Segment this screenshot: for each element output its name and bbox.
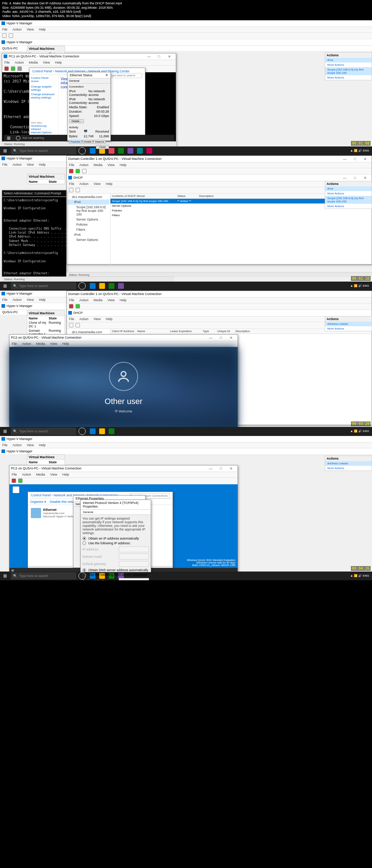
recycle-bin-icon[interactable] xyxy=(12,487,20,497)
taskbar-app[interactable] xyxy=(135,146,145,155)
menu-file[interactable]: File xyxy=(2,28,8,31)
close-icon[interactable]: ✕ xyxy=(360,156,370,162)
ipv4-desc: You can get IP settings assigned automat… xyxy=(82,517,149,535)
inet-options-link[interactable]: Internet Options xyxy=(31,131,57,134)
action-ipv4[interactable]: IPv4 xyxy=(325,186,372,191)
actions-panel: Actions Address Leases More Actions xyxy=(325,316,372,331)
tree-item[interactable]: Server Options xyxy=(68,217,109,222)
action-ipv4[interactable]: IPv4 xyxy=(325,58,372,62)
properties-button[interactable]: Properties xyxy=(69,140,82,144)
login-welcome: ⟳ Welcome xyxy=(105,409,142,413)
search-control-panel[interactable] xyxy=(109,73,142,78)
hyperv-toolbar xyxy=(0,33,372,39)
systray[interactable]: ▲ 📶 🔊 ENG xyxy=(347,149,372,152)
sharing-settings-link[interactable]: Change advanced sharing settings xyxy=(31,93,57,99)
ipv4-auto-radio[interactable]: Obtain an IP address automatically xyxy=(82,537,149,540)
homegroup-link[interactable]: HomeGroup xyxy=(31,124,57,128)
pc2-vmc-window: PC2 on QUSAI-PC - Virtual Machine Connec… xyxy=(9,465,238,573)
maximize-icon[interactable]: □ xyxy=(216,334,226,341)
tree-item[interactable]: dc1.macamedia.com xyxy=(68,194,109,199)
tree-ipv4[interactable]: IPv4 xyxy=(68,199,109,205)
start-button[interactable]: ⊞ xyxy=(0,282,10,290)
vmc-titlebar[interactable]: PC1 on QUSAI-PC - Virtual Machine Connec… xyxy=(2,53,176,60)
infrared-link[interactable]: Infrared xyxy=(31,128,57,131)
login-screen[interactable]: Other user ⟳ Welcome xyxy=(9,347,238,428)
close-button[interactable]: Close xyxy=(96,145,109,149)
menu-view[interactable]: View xyxy=(27,28,34,31)
hyperv-menubar: File Action View Help xyxy=(0,27,372,33)
taskbar-app[interactable] xyxy=(126,146,135,155)
action-scope[interactable]: Scope [192.168.0.0] my first scope 100-1… xyxy=(325,67,372,75)
cp-home-link[interactable]: Control Panel Home xyxy=(31,76,57,83)
file-name: File: 4. Make the devices Get IP Address… xyxy=(2,1,370,6)
dc-titlebar[interactable]: Domain Controller 1 on QUSAI-PC - Virtua… xyxy=(67,156,372,162)
toolbar-fwd-icon[interactable] xyxy=(9,33,13,38)
maximize-icon[interactable]: □ xyxy=(154,53,164,60)
ipv4-manual-radio[interactable]: Use the following IP address: xyxy=(82,541,149,545)
start-button[interactable]: ⊞ xyxy=(4,134,14,142)
vmc-menu-file[interactable]: File xyxy=(4,61,10,64)
vmc-tb-icon[interactable] xyxy=(4,66,9,71)
action-scope[interactable]: Scope [192.168.0.0] my first scope 100-1… xyxy=(325,196,372,204)
tree-ipv6[interactable]: IPv6 xyxy=(68,232,109,237)
cortana-button[interactable] xyxy=(78,282,86,290)
dns-manual-radio[interactable]: Use the following DNS server addresses: xyxy=(82,573,149,577)
action-more2[interactable]: More Actions xyxy=(325,75,372,80)
screenshot-1: Hyper-V Manager File Action View Help Hy… xyxy=(0,20,372,155)
cmd-output[interactable]: C:\Users\administrator>ipconfig Windows … xyxy=(2,197,66,278)
taskbar-app[interactable] xyxy=(116,146,126,155)
disable-button[interactable]: Disable xyxy=(82,140,93,144)
screenshot-4: Hyper-V Manager FileActionViewHelp Hyper… xyxy=(0,436,372,580)
general-tab[interactable]: General xyxy=(81,510,151,515)
adapter-settings-link[interactable]: Change adapter settings xyxy=(31,85,57,92)
eth-dialog-title[interactable]: Ethernet Status ✕ xyxy=(68,72,110,78)
vmc-menu-action[interactable]: Action xyxy=(15,61,24,64)
vmc-tb-icon[interactable] xyxy=(11,66,15,71)
dhcp-row[interactable]: Filters xyxy=(110,213,372,218)
close-icon[interactable]: ✕ xyxy=(164,53,174,60)
cortana-text[interactable]: Ask me anything xyxy=(23,136,44,140)
vmc-tb-icon[interactable] xyxy=(17,66,22,71)
vmc-menu-media[interactable]: Media xyxy=(29,61,38,64)
tree-scope[interactable]: Scope [192.168.0.0] my first scope 100-1… xyxy=(68,205,109,217)
ipv4-dialog-title[interactable]: Internet Protocol Version 4 (TCP/IPv4) P… xyxy=(81,500,151,510)
action-more2[interactable]: More Actions xyxy=(325,204,372,209)
minimize-icon[interactable]: — xyxy=(144,53,154,60)
eth-prop-row: Speed:10.0 Gbps xyxy=(69,114,109,118)
tree-item[interactable]: Filters xyxy=(68,227,109,232)
video-timestamp: 00:01:08 xyxy=(351,141,371,146)
minimize-icon[interactable]: — xyxy=(340,156,350,162)
menu-action[interactable]: Action xyxy=(13,28,22,31)
organize-button[interactable]: Organize ▾ xyxy=(30,500,46,504)
eth-prop-row: Media State:Enabled xyxy=(69,105,109,109)
close-icon[interactable]: ✕ xyxy=(105,73,108,77)
dns-auto-radio[interactable]: Obtain DNS server address automatically xyxy=(82,568,149,572)
action-more[interactable]: More Actions xyxy=(325,62,372,67)
details-button[interactable]: Details... xyxy=(69,119,84,123)
action-address-leases[interactable]: Address Leases xyxy=(325,322,372,326)
cortana-icon[interactable] xyxy=(16,136,20,140)
vmc-menu-view[interactable]: View xyxy=(43,61,50,64)
start-button[interactable]: ⊞ xyxy=(0,146,10,155)
search-bar[interactable]: 🔍 Type here to search xyxy=(11,147,76,154)
search-bar[interactable]: 🔍Type here to search xyxy=(11,282,76,290)
vmc-title: PC1 on QUSAI-PC - Virtual Machine Connec… xyxy=(9,54,144,58)
vm-row[interactable]: Clone of my DC 1Running xyxy=(27,320,65,328)
see-also-label: See also xyxy=(31,121,57,124)
minimize-icon[interactable]: — xyxy=(206,334,216,341)
menu-help[interactable]: Help xyxy=(39,28,46,31)
eth-general-tab[interactable]: General xyxy=(68,78,110,84)
tree-item[interactable]: Policies xyxy=(68,222,109,227)
hyperv-titlebar: Hyper-V Manager xyxy=(0,20,372,27)
cmd-titlebar[interactable]: Select Administrator: Command Prompt xyxy=(2,190,66,197)
toolbar-back-icon[interactable] xyxy=(2,33,7,38)
tree-item[interactable]: Server Options xyxy=(68,237,109,242)
vmc-menu-help[interactable]: Help xyxy=(55,61,62,64)
maximize-icon[interactable]: □ xyxy=(350,156,360,162)
pc2-titlebar[interactable]: PC2 on QUSAI-PC - Virtual Machine Connec… xyxy=(9,335,238,341)
taskbar-app[interactable] xyxy=(145,146,154,155)
diagnose-button[interactable]: Diagnose xyxy=(93,140,105,144)
close-icon[interactable]: ✕ xyxy=(226,334,236,341)
screenshot-3: Hyper-V Manager FileActionViewHelp Hyper… xyxy=(0,290,372,436)
action-more[interactable]: More Actions xyxy=(325,191,372,196)
